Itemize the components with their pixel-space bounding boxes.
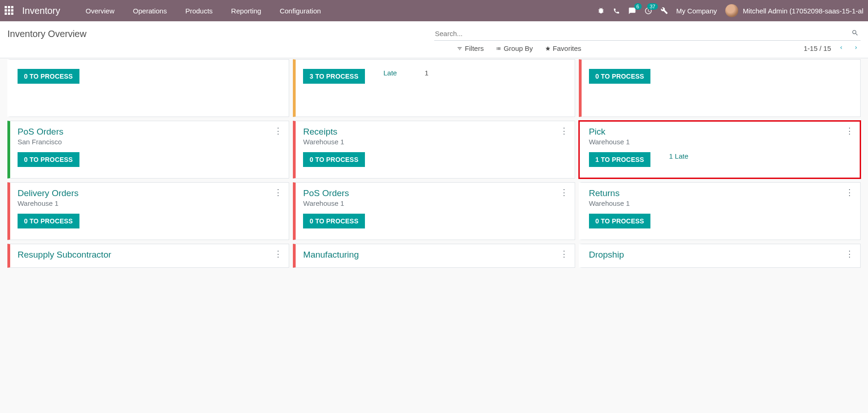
kanban-card-pick[interactable]: ⋮ Pick Warehouse 1 1 TO PROCESS 1 Late — [579, 121, 861, 179]
kanban-card-dropship[interactable]: ⋮ Dropship — [579, 244, 861, 268]
kanban-card[interactable]: 3 TO PROCESS Late 1 — [293, 59, 575, 117]
kanban-card-resupply[interactable]: ⋮ Resupply Subcontractor — [7, 244, 289, 268]
user-menu[interactable]: Mitchell Admin (17052098-saas-15-1-al — [725, 4, 863, 17]
pager-next[interactable] — [851, 43, 861, 53]
card-subtitle: Warehouse 1 — [303, 138, 567, 146]
card-title[interactable]: Returns — [589, 188, 853, 198]
process-button[interactable]: 1 TO PROCESS — [589, 152, 651, 167]
card-title[interactable]: Pick — [589, 127, 853, 137]
late-link[interactable]: Late — [383, 69, 397, 77]
card-title[interactable]: Receipts — [303, 127, 567, 137]
card-title[interactable]: PoS Orders — [303, 188, 567, 198]
card-menu-icon[interactable]: ⋮ — [845, 187, 854, 197]
card-menu-icon[interactable]: ⋮ — [560, 126, 568, 136]
tools-icon[interactable] — [661, 7, 668, 14]
breadcrumb: Inventory Overview — [7, 29, 86, 39]
kanban-card-pos-sf[interactable]: ⋮ PoS Orders San Francisco 0 TO PROCESS — [7, 121, 289, 179]
card-subtitle: San Francisco — [18, 138, 281, 146]
search-input[interactable] — [434, 27, 850, 40]
top-navbar: Inventory Overview Operations Products R… — [0, 0, 868, 21]
pager-text: 1-15 / 15 — [804, 44, 831, 52]
phone-icon[interactable] — [613, 7, 620, 14]
groupby-label: Group By — [504, 44, 533, 52]
favorites-label: Favorites — [553, 44, 582, 52]
menu-reporting[interactable]: Reporting — [222, 7, 270, 15]
kanban-card[interactable]: 0 TO PROCESS — [579, 59, 861, 117]
process-button[interactable]: 0 TO PROCESS — [303, 214, 365, 228]
filters-label: Filters — [465, 44, 484, 52]
process-button[interactable]: 0 TO PROCESS — [303, 152, 365, 167]
filters-button[interactable]: Filters — [457, 44, 484, 52]
card-subtitle: Warehouse 1 — [589, 199, 853, 207]
process-button[interactable]: 0 TO PROCESS — [18, 152, 79, 167]
apps-icon[interactable] — [5, 6, 14, 15]
process-button[interactable]: 0 TO PROCESS — [589, 69, 651, 84]
search-wrap — [434, 27, 861, 41]
kanban-card-pos-wh1[interactable]: ⋮ PoS Orders Warehouse 1 0 TO PROCESS — [293, 182, 575, 240]
card-menu-icon[interactable]: ⋮ — [845, 126, 854, 136]
bug-icon[interactable] — [597, 7, 605, 14]
card-title[interactable]: Delivery Orders — [18, 188, 281, 198]
card-title[interactable]: Resupply Subcontractor — [18, 250, 281, 260]
kanban-card[interactable]: 0 TO PROCESS — [7, 59, 289, 117]
user-name: Mitchell Admin (17052098-saas-15-1-al — [743, 7, 863, 15]
process-button[interactable]: 0 TO PROCESS — [589, 214, 651, 228]
card-subtitle: Warehouse 1 — [303, 199, 567, 207]
process-button[interactable]: 0 TO PROCESS — [18, 214, 79, 228]
card-menu-icon[interactable]: ⋮ — [274, 249, 282, 259]
process-button[interactable]: 3 TO PROCESS — [303, 69, 365, 84]
kanban-card-manufacturing[interactable]: ⋮ Manufacturing — [293, 244, 575, 268]
star-icon — [545, 46, 551, 51]
activities-icon[interactable]: 37 — [644, 7, 652, 15]
card-menu-icon[interactable]: ⋮ — [845, 249, 854, 259]
card-menu-icon[interactable]: ⋮ — [274, 126, 282, 136]
avatar — [725, 4, 738, 17]
late-count: 1 — [425, 69, 428, 77]
card-title[interactable]: Manufacturing — [303, 250, 567, 260]
menu-operations[interactable]: Operations — [124, 7, 176, 15]
kanban-card-returns[interactable]: ⋮ Returns Warehouse 1 0 TO PROCESS — [579, 182, 861, 240]
card-menu-icon[interactable]: ⋮ — [560, 249, 568, 259]
groupby-button[interactable]: Group By — [496, 44, 533, 52]
kanban-card-receipts[interactable]: ⋮ Receipts Warehouse 1 0 TO PROCESS — [293, 121, 575, 179]
card-subtitle: Warehouse 1 — [18, 199, 281, 207]
menu-products[interactable]: Products — [176, 7, 222, 15]
menu-configuration[interactable]: Configuration — [270, 7, 330, 15]
pager: 1-15 / 15 — [804, 43, 861, 53]
search-button[interactable] — [850, 27, 861, 40]
favorites-button[interactable]: Favorites — [545, 44, 582, 52]
list-icon — [496, 46, 501, 51]
main-menu: Overview Operations Products Reporting C… — [76, 7, 330, 15]
messages-icon[interactable]: 6 — [628, 7, 636, 15]
card-menu-icon[interactable]: ⋮ — [274, 187, 282, 197]
app-brand[interactable]: Inventory — [22, 6, 60, 16]
card-title[interactable]: Dropship — [589, 250, 853, 260]
messages-badge: 6 — [634, 3, 642, 10]
menu-overview[interactable]: Overview — [76, 7, 124, 15]
kanban-grid: 0 TO PROCESS 3 TO PROCESS Late 1 0 TO PR… — [0, 58, 868, 275]
card-title[interactable]: PoS Orders — [18, 127, 281, 137]
control-panel: Inventory Overview Filters Group By Favo… — [0, 21, 868, 58]
card-subtitle: Warehouse 1 — [589, 138, 853, 146]
card-menu-icon[interactable]: ⋮ — [560, 187, 568, 197]
kanban-card-delivery[interactable]: ⋮ Delivery Orders Warehouse 1 0 TO PROCE… — [7, 182, 289, 240]
activities-badge: 37 — [647, 3, 657, 10]
company-switcher[interactable]: My Company — [676, 7, 717, 15]
pager-prev[interactable] — [837, 43, 846, 53]
filter-icon — [457, 46, 462, 51]
navbar-right: 6 37 My Company Mitchell Admin (17052098… — [597, 4, 863, 17]
late-link[interactable]: 1 Late — [669, 152, 688, 160]
process-button[interactable]: 0 TO PROCESS — [18, 69, 79, 84]
